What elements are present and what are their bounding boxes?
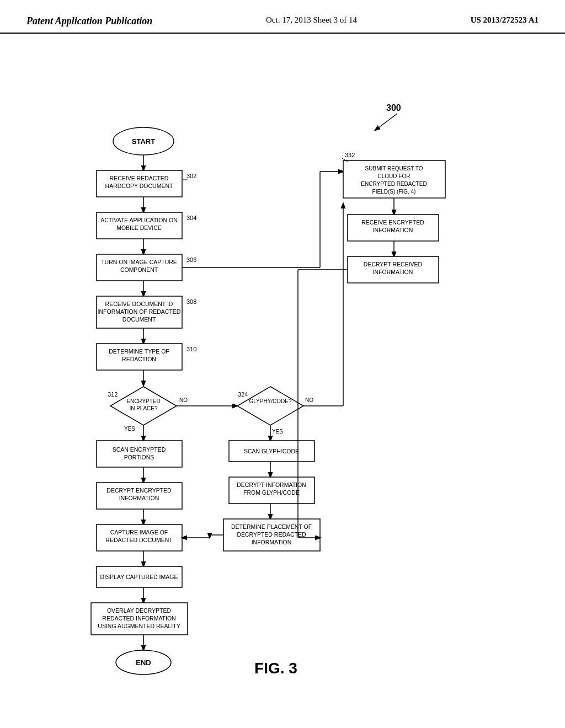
svg-line-0 xyxy=(375,114,397,130)
node-310-line1: DETERMINE TYPE OF xyxy=(109,348,169,355)
node-328-line2: FROM GLYPH/CODE xyxy=(243,489,300,496)
ref-306: 306 xyxy=(186,256,196,263)
node-332-line4: FIELD(S) (FIG. 4) xyxy=(372,189,416,195)
node-312-line1: ENCRYPTED xyxy=(126,398,161,404)
ref-324: 324 xyxy=(238,391,248,398)
node-316-line2: INFORMATION xyxy=(119,495,159,501)
node-334-line1: RECEIVE ENCRYPTED xyxy=(361,219,424,226)
node-336-line2: INFORMATION xyxy=(373,269,413,275)
node-330-line3: INFORMATION xyxy=(252,539,292,545)
node-308-line2: INFORMATION OF REDACTED xyxy=(98,308,181,315)
node-306-line2: COMPONENT xyxy=(120,266,158,273)
node-306-line1: TURN ON IMAGE CAPTURE xyxy=(101,259,177,265)
node-318-line1: CAPTURE IMAGE OF xyxy=(110,529,168,536)
header-date-sheet: Oct. 17, 2013 Sheet 3 of 14 xyxy=(266,15,357,25)
node-330-line2: DECRYPTED REDACTED xyxy=(237,531,306,538)
header-publication-type: Patent Application Publication xyxy=(26,15,152,27)
diagram-area: 300 START RECEIVE REDACTED HARDCOPY DOCU… xyxy=(0,39,565,701)
node-314-line1: SCAN ENCRYPTED xyxy=(113,446,166,453)
ref-310: 310 xyxy=(186,346,196,352)
node-324-no: NO xyxy=(305,397,313,403)
node-326: SCAN GLYPH/CODE xyxy=(244,448,299,454)
node-330-line1: DETERMINE PLACEMENT OF xyxy=(231,523,312,530)
node-308-line3: DOCUMENT xyxy=(122,316,156,323)
node-320: DISPLAY CAPTURED IMAGE xyxy=(100,574,178,580)
page-header: Patent Application Publication Oct. 17, … xyxy=(0,0,565,34)
ref-332: 332 xyxy=(345,152,355,158)
node-322-line2: REDACTED INFORMATION xyxy=(102,615,175,622)
node-314-line2: PORTIONS xyxy=(124,454,154,461)
node-322-line1: OVERLAY DECRYPTED xyxy=(107,607,172,614)
node-310-line2: REDACTION xyxy=(122,356,156,362)
node-332-line3: ENCRYPTED REDACTED xyxy=(361,181,427,187)
node-334-line2: INFORMATION xyxy=(373,227,413,233)
node-332-line2: CLOUD FOR xyxy=(378,173,411,179)
ref-304: 304 xyxy=(186,215,196,221)
ref-302: 302 xyxy=(186,173,196,179)
ref-312: 312 xyxy=(108,391,118,398)
node-302-line1: RECEIVE REDACTED xyxy=(110,175,169,181)
header-patent-number: US 2013/272523 A1 xyxy=(471,15,539,25)
end-label: END xyxy=(136,659,151,667)
node-332-line1: SUBMIT REQUEST TO xyxy=(365,165,423,172)
node-312-yes: YES xyxy=(124,426,135,432)
node-302-line2: HARDCOPY DOCUMENT xyxy=(105,183,173,189)
node-328-line1: DECRYPT INFORMATION xyxy=(237,481,306,488)
figure-label: FIG. 3 xyxy=(254,660,297,677)
start-label: START xyxy=(132,137,155,146)
node-336-line1: DECRYPT RECEIVED xyxy=(364,261,423,267)
node-324-line1: GLYPHY/CODE? xyxy=(249,398,291,404)
node-312-no: NO xyxy=(179,397,188,403)
node-304-line1: ACTIVATE APPLICATION ON xyxy=(100,217,177,223)
node-322-line3: USING AUGMENTED REALITY xyxy=(98,623,180,629)
node-312-line2: IN PLACE? xyxy=(129,405,158,411)
node-324-yes: YES xyxy=(272,429,283,435)
node-308-line1: RECEIVE DOCUMENT ID xyxy=(105,301,173,307)
node-304-line2: MOBILE DEVICE xyxy=(116,224,162,231)
ref-308: 308 xyxy=(186,298,196,305)
node-318-line2: REDACTED DOCUMENT xyxy=(105,537,173,543)
node-316-line1: DECRYPT ENCRYPTED xyxy=(106,487,172,494)
ref-300-label: 300 xyxy=(386,103,401,113)
